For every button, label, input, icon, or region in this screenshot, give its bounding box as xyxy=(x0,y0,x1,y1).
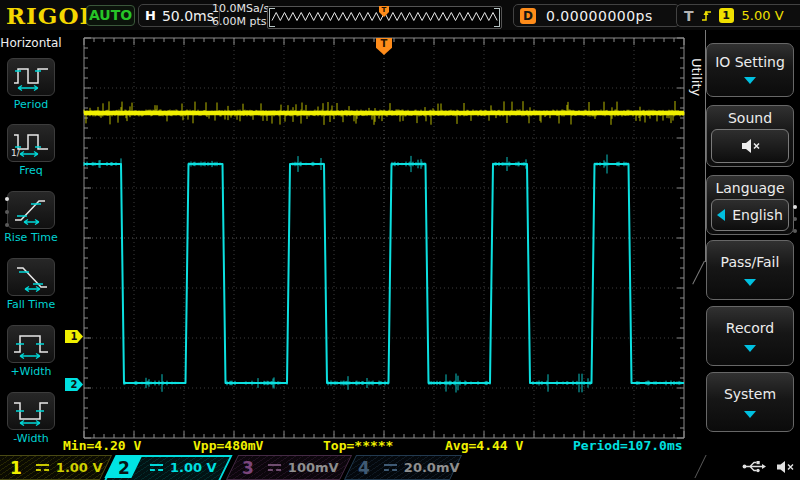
menu-item-fall-time[interactable]: Fall Time xyxy=(0,258,62,311)
trigger-label: T xyxy=(684,8,694,24)
sound-toggle-button[interactable] xyxy=(711,129,789,163)
menu-item-rise-time[interactable]: Rise Time xyxy=(0,191,62,244)
sample-rate: 10.0MSa/s xyxy=(212,2,269,15)
page-indicator-dot xyxy=(5,223,9,227)
page-indicator-dot xyxy=(793,205,797,209)
trigger-source-badge: 1 xyxy=(719,8,734,23)
page-indicator-dot xyxy=(793,229,797,233)
usb-icon xyxy=(742,459,766,474)
measurement-readout-row: Min=4.20 V Vpp=480mV Top=***** Avg=4.44 … xyxy=(62,438,690,453)
menu-item-language[interactable]: Language English xyxy=(706,175,794,235)
menu-item-label: Rise Time xyxy=(0,231,62,244)
channel-scale: 1.00 V xyxy=(170,460,217,475)
channel-number: 4 xyxy=(358,458,370,478)
dc-coupling-icon xyxy=(384,464,397,471)
acquisition-info: 10.0MSa/s 6.00M pts xyxy=(212,2,269,28)
delay-box[interactable]: D 0.00000000ps xyxy=(513,4,680,27)
delay-value: 0.00000000ps xyxy=(546,8,653,24)
channel-3-info: 3 100mV xyxy=(242,455,339,480)
menu-item-label: Freq xyxy=(0,164,62,177)
rising-edge-trigger-icon xyxy=(700,8,713,23)
delay-label: D xyxy=(520,8,536,24)
page-indicator-dot xyxy=(793,217,797,221)
channel-scale: 100mV xyxy=(288,460,339,475)
menu-item-label: Record xyxy=(707,320,793,336)
measure-menu-sidebar: Horizontal Period 1/ Freq xyxy=(0,30,63,455)
menu-item-freq[interactable]: 1/ Freq xyxy=(0,124,62,177)
menu-item-period[interactable]: Period xyxy=(0,58,62,111)
trigger-box[interactable]: T 1 5.00 V xyxy=(676,4,800,27)
menu-item-label: +Width xyxy=(0,365,62,378)
utility-tab-title: Utility xyxy=(689,58,704,178)
period-icon xyxy=(11,62,51,92)
utility-tab-border xyxy=(692,261,705,285)
status-bar: RIGOL AUTO H 50.0ms 10.0MSa/s 6.00M pts … xyxy=(0,0,800,31)
channel-1-info: 1 1.00 V xyxy=(10,455,103,480)
channel-scale: 1.00 V xyxy=(56,460,103,475)
menu-item-io-setting[interactable]: IO Setting xyxy=(706,43,794,97)
channel-number: 2 xyxy=(116,458,132,478)
minus-width-icon xyxy=(11,396,51,426)
channel-4-info: 4 20.0mV xyxy=(358,455,460,480)
svg-text:1/: 1/ xyxy=(11,148,21,158)
menu-item-plus-width[interactable]: +Width xyxy=(0,325,62,378)
measurement-item: Period=107.0ms xyxy=(573,438,683,453)
menu-item-minus-width[interactable]: -Width xyxy=(0,392,62,445)
channel-scale: 20.0mV xyxy=(404,460,460,475)
channel-status-bar: 1 1.00 V 2 1.00 V 3 100mV 4 20.0mV xyxy=(0,455,800,480)
measure-menu-title: Horizontal xyxy=(0,36,62,50)
chevron-down-icon xyxy=(744,411,756,418)
speaker-muted-icon xyxy=(776,460,795,474)
menu-item-label: IO Setting xyxy=(707,54,793,70)
dc-coupling-icon xyxy=(150,464,163,471)
language-selector[interactable]: English xyxy=(711,199,789,231)
graticule-and-traces xyxy=(62,30,690,455)
menu-item-label: -Width xyxy=(0,432,62,445)
menu-item-pass-fail[interactable]: Pass/Fail xyxy=(706,240,794,300)
measurement-item: Vpp=480mV xyxy=(193,438,263,453)
page-indicator-dot xyxy=(5,210,9,214)
menu-item-system[interactable]: System xyxy=(706,372,794,432)
menu-item-label: System xyxy=(707,386,793,402)
status-icons xyxy=(742,459,795,474)
utility-menu-sidebar: Utility IO Setting Sound Language Englis… xyxy=(690,30,800,455)
menu-item-label: Fall Time xyxy=(0,298,62,311)
menu-item-record[interactable]: Record xyxy=(706,306,794,366)
timebase-label: H xyxy=(145,8,156,23)
dc-coupling-icon xyxy=(36,464,49,471)
freq-icon: 1/ xyxy=(11,128,51,158)
measurement-item: Avg=4.44 V xyxy=(445,438,523,453)
waveform-display-area: T 1 2 Min=4.20 V Vpp=480mV Top=***** Avg… xyxy=(62,30,690,455)
chevron-down-icon xyxy=(744,345,756,352)
measurement-item: Top=***** xyxy=(323,438,393,453)
acquisition-status-badge: AUTO xyxy=(86,5,135,26)
rigol-logo: RIGOL xyxy=(6,2,97,29)
horizontal-timebase-box[interactable]: H 50.0ms xyxy=(138,4,220,27)
menu-item-label: Pass/Fail xyxy=(707,254,793,270)
channel-number: 1 xyxy=(10,458,22,478)
measurement-item: Min=4.20 V xyxy=(63,438,141,453)
memory-waveform-preview[interactable]: T xyxy=(267,6,502,29)
menu-item-sound[interactable]: Sound xyxy=(706,105,794,167)
plus-width-icon xyxy=(11,329,51,359)
timebase-value: 50.0ms xyxy=(162,8,214,24)
chevron-down-icon xyxy=(744,279,756,286)
trigger-level-value: 5.00 V xyxy=(742,8,784,23)
memory-depth: 6.00M pts xyxy=(212,15,269,28)
fall-time-icon xyxy=(11,262,51,292)
language-value: English xyxy=(732,207,783,223)
menu-item-label: Language xyxy=(707,180,793,196)
oscilloscope-screen: RIGOL AUTO H 50.0ms 10.0MSa/s 6.00M pts … xyxy=(0,0,800,480)
dc-coupling-icon xyxy=(268,464,281,471)
chevron-left-icon xyxy=(717,209,725,221)
channel-bar-divider xyxy=(694,455,706,478)
page-indicator-dot xyxy=(5,197,9,201)
rise-time-icon xyxy=(11,195,51,225)
menu-item-label: Sound xyxy=(707,110,793,126)
channel-2-info: 2 1.00 V xyxy=(116,455,217,480)
speaker-muted-icon xyxy=(740,138,761,154)
chevron-down-icon xyxy=(744,77,756,84)
channel-number: 3 xyxy=(242,458,254,478)
menu-item-label: Period xyxy=(0,98,62,111)
